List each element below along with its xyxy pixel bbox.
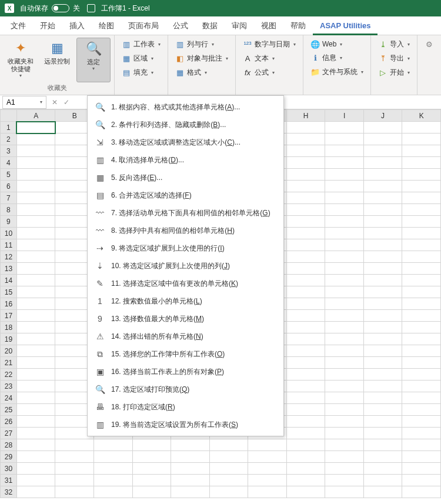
row-header[interactable]: 2	[1, 133, 17, 145]
cell[interactable]	[16, 157, 55, 169]
cell[interactable]	[286, 380, 325, 392]
cell[interactable]	[132, 451, 171, 463]
cell[interactable]	[363, 204, 402, 216]
cell[interactable]	[363, 486, 402, 498]
cell[interactable]	[286, 404, 325, 416]
numdate-button[interactable]: ¹²³数字与日期▾	[239, 38, 299, 51]
cell[interactable]	[286, 369, 325, 380]
cell[interactable]	[363, 416, 402, 428]
row-header[interactable]: 22	[1, 369, 17, 380]
row-header[interactable]: 4	[1, 157, 17, 169]
cell[interactable]	[286, 463, 325, 475]
cell[interactable]	[286, 357, 325, 369]
cell[interactable]	[325, 333, 364, 345]
dropdown-item[interactable]: ⇢9. 将选定区域扩展到上次使用的行(I)	[88, 239, 283, 257]
cell[interactable]	[363, 228, 402, 239]
cell[interactable]	[55, 451, 94, 463]
row-header[interactable]: 26	[1, 416, 17, 428]
tab-formulas[interactable]: 公式	[166, 17, 195, 35]
cell[interactable]	[209, 451, 248, 463]
dropdown-item[interactable]: ▥19. 将当前选定区域设置为所有工作表(S)	[88, 416, 283, 433]
cell[interactable]	[16, 204, 55, 216]
cell[interactable]	[325, 228, 364, 239]
cell[interactable]	[286, 298, 325, 310]
cell[interactable]	[286, 169, 325, 181]
cell[interactable]	[325, 357, 364, 369]
cell[interactable]	[363, 463, 402, 475]
import-button[interactable]: ⤓导入▾	[375, 38, 413, 51]
worksheet-button[interactable]: ▥工作表▾	[118, 38, 164, 51]
filesys-button[interactable]: 📁文件与系统▾	[307, 65, 367, 79]
row-header[interactable]: 8	[1, 204, 17, 216]
cell[interactable]	[93, 451, 132, 463]
cell[interactable]	[286, 451, 325, 463]
tab-help[interactable]: 帮助	[283, 17, 313, 35]
colrow-button[interactable]: ▥列与行▾	[172, 38, 232, 51]
tab-home[interactable]: 开始	[33, 17, 62, 35]
cell[interactable]	[402, 204, 441, 216]
row-header[interactable]: 6	[1, 181, 17, 192]
web-button[interactable]: 🌐Web▾	[307, 38, 367, 51]
text-button[interactable]: A文本▾	[239, 52, 299, 65]
tab-review[interactable]: 审阅	[225, 17, 254, 35]
column-header[interactable]: H	[286, 110, 325, 122]
column-header[interactable]: J	[363, 110, 402, 122]
dropdown-item[interactable]: 🔍1. 根据内容、格式或其他选择单元格(A)...	[88, 98, 283, 116]
cell[interactable]	[16, 345, 55, 357]
save-icon[interactable]	[87, 4, 95, 12]
cell[interactable]	[16, 416, 55, 428]
cell[interactable]	[402, 228, 441, 239]
cell[interactable]	[286, 310, 325, 322]
vision-control-button[interactable]: ▦ 远景控制	[40, 38, 74, 82]
start-button[interactable]: ▷开始▾	[375, 66, 413, 79]
cell[interactable]	[16, 428, 55, 439]
row-header[interactable]: 1	[1, 122, 17, 133]
cell[interactable]	[325, 369, 364, 380]
cell[interactable]	[132, 475, 171, 486]
cell[interactable]	[325, 404, 364, 416]
cell[interactable]	[402, 380, 441, 392]
cell[interactable]	[16, 169, 55, 181]
cell[interactable]	[93, 486, 132, 498]
row-header[interactable]: 25	[1, 404, 17, 416]
cell[interactable]	[325, 428, 364, 439]
autosave-toggle[interactable]: 自动保存 关	[20, 4, 80, 14]
cell[interactable]	[286, 204, 325, 216]
cell[interactable]	[402, 298, 441, 310]
row-header[interactable]: 17	[1, 310, 17, 322]
cell[interactable]	[16, 369, 55, 380]
cell[interactable]	[363, 251, 402, 263]
cell[interactable]	[325, 216, 364, 228]
column-header[interactable]: I	[325, 110, 364, 122]
cell[interactable]	[248, 475, 287, 486]
cell[interactable]	[402, 157, 441, 169]
cell[interactable]	[402, 404, 441, 416]
cell[interactable]	[325, 275, 364, 286]
cell[interactable]	[363, 428, 402, 439]
cell[interactable]	[286, 181, 325, 192]
row-header[interactable]: 11	[1, 239, 17, 251]
cell[interactable]	[286, 286, 325, 298]
column-header[interactable]: A	[16, 110, 55, 122]
cell[interactable]	[363, 122, 402, 133]
dropdown-item[interactable]: 🖶18. 打印选定区域(R)	[88, 398, 283, 416]
cell[interactable]	[171, 451, 210, 463]
cell[interactable]	[286, 145, 325, 157]
cell[interactable]	[325, 251, 364, 263]
cell[interactable]	[93, 439, 132, 451]
cell[interactable]	[209, 439, 248, 451]
cell[interactable]	[209, 475, 248, 486]
cell[interactable]	[93, 475, 132, 486]
cell[interactable]	[248, 451, 287, 463]
cell[interactable]	[325, 451, 364, 463]
cell[interactable]	[363, 345, 402, 357]
row-header[interactable]: 5	[1, 169, 17, 181]
cell[interactable]	[325, 122, 364, 133]
cell[interactable]	[363, 263, 402, 275]
cell[interactable]	[402, 357, 441, 369]
cell[interactable]	[286, 439, 325, 451]
cell[interactable]	[325, 181, 364, 192]
cell[interactable]	[248, 463, 287, 475]
cell[interactable]	[402, 333, 441, 345]
cell[interactable]	[325, 145, 364, 157]
